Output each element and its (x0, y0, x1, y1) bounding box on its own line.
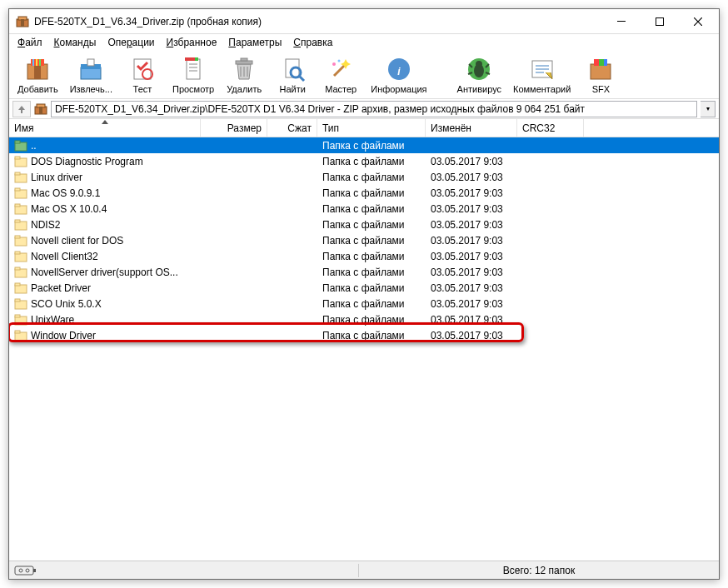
item-type: Папка с файлами (317, 172, 426, 183)
folder-icon (14, 218, 27, 232)
window-controls (602, 9, 717, 34)
folder-icon (14, 282, 27, 295)
path-input[interactable] (51, 101, 697, 117)
list-item[interactable]: Packet DriverПапка с файлами03.05.2017 9… (9, 280, 719, 296)
svg-rect-8 (32, 59, 34, 66)
item-type: Папка с файлами (317, 203, 426, 215)
maximize-button[interactable] (641, 9, 679, 34)
item-date: 03.05.2017 9:03 (426, 235, 517, 247)
menu-help[interactable]: Справка (288, 35, 337, 50)
svg-rect-56 (15, 157, 20, 159)
app-window: DFE-520TX_D1_V6.34_Driver.zip (пробная к… (8, 8, 720, 580)
info-button[interactable]: i Информация (366, 54, 431, 96)
menu-operations[interactable]: Операции (102, 35, 159, 50)
item-type: Папка с файлами (317, 187, 426, 199)
svg-point-31 (332, 62, 336, 66)
toolbar: Добавить Извлечь... Тест Просмотр Удалит… (9, 51, 719, 99)
list-item[interactable]: Linux driverПапка с файлами03.05.2017 9:… (9, 169, 719, 185)
svg-rect-70 (15, 267, 20, 270)
info-icon: i (386, 56, 412, 82)
menu-favorites[interactable]: Избранное (162, 35, 222, 50)
path-dropdown[interactable]: ▾ (701, 101, 716, 117)
list-item[interactable]: ..Папка с файлами (9, 137, 719, 153)
list-item[interactable]: DOS Diagnostic ProgramПапка с файлами03.… (9, 153, 719, 169)
list-item[interactable]: Mac OS 9.0.9.1Папка с файлами03.05.2017 … (9, 185, 719, 201)
item-type: Папка с файлами (317, 219, 426, 231)
svg-rect-22 (236, 61, 252, 64)
minimize-button[interactable] (602, 9, 641, 34)
archive-add-icon (24, 56, 51, 82)
list-item[interactable]: Novell Client32Папка с файлами03.05.2017… (9, 248, 719, 264)
test-icon (129, 56, 156, 82)
battery-icon (14, 566, 37, 576)
test-button[interactable]: Тест (119, 54, 166, 96)
comment-button[interactable]: Комментарий (508, 54, 576, 96)
list-item[interactable]: UnixWareПапка с файлами03.05.2017 9:03 (9, 311, 719, 327)
item-date: 03.05.2017 9:03 (426, 298, 517, 310)
sfx-button[interactable]: SFX (577, 54, 624, 96)
list-item[interactable]: Novell client for DOSПапка с файлами03.0… (9, 232, 719, 248)
add-button[interactable]: Добавить (12, 54, 63, 96)
list-item[interactable]: NDIS2Папка с файлами03.05.2017 9:03 (9, 217, 719, 232)
item-type: Папка с файлами (317, 298, 426, 310)
find-button[interactable]: Найти (269, 54, 316, 96)
item-type: Папка с файлами (317, 156, 426, 167)
svg-rect-66 (15, 236, 20, 238)
item-name: UnixWare (31, 314, 74, 326)
item-name: Mac OS X 10.0.4 (31, 203, 107, 215)
view-icon (180, 56, 207, 82)
item-name: Packet Driver (31, 282, 91, 294)
svg-rect-49 (604, 59, 607, 66)
folder-icon (14, 187, 27, 200)
list-item[interactable]: Window DriverПапка с файлами03.05.2017 9… (9, 327, 719, 343)
antivirus-button[interactable]: Антивирус (452, 54, 506, 96)
menu-commands[interactable]: Команды (49, 35, 102, 50)
svg-rect-62 (15, 204, 20, 207)
col-size[interactable]: Размер (201, 119, 267, 137)
folder-icon (14, 202, 27, 216)
extract-button[interactable]: Извлечь... (65, 54, 117, 96)
col-date[interactable]: Изменён (426, 119, 517, 137)
archive-icon (34, 102, 47, 116)
svg-rect-76 (15, 315, 20, 317)
menu-parameters[interactable]: Параметры (223, 35, 287, 50)
pathbar: ▾ (9, 99, 719, 119)
item-name: Mac OS 9.0.9.1 (31, 187, 100, 199)
item-date: 03.05.2017 9:03 (426, 282, 517, 294)
delete-button[interactable]: Удалить (221, 54, 267, 96)
item-name: .. (31, 140, 37, 152)
list-item[interactable]: NovellServer driver(support OS...Папка с… (9, 264, 719, 280)
sfx-icon (587, 56, 614, 82)
trash-icon (231, 56, 257, 82)
col-type[interactable]: Тип (317, 119, 426, 137)
item-name: Novell client for DOS (31, 235, 123, 247)
col-packed[interactable]: Сжат (267, 119, 317, 137)
view-button[interactable]: Просмотр (167, 54, 219, 96)
svg-rect-9 (36, 59, 37, 66)
svg-point-32 (338, 59, 341, 62)
svg-line-29 (299, 76, 304, 81)
file-list[interactable]: ..Папка с файламиDOS Diagnostic ProgramП… (9, 137, 719, 561)
svg-rect-54 (15, 141, 20, 143)
svg-point-81 (19, 569, 22, 572)
svg-rect-78 (15, 331, 20, 333)
list-item[interactable]: Mac OS X 10.0.4Папка с файлами03.05.2017… (9, 201, 719, 217)
up-button[interactable] (12, 101, 31, 117)
item-name: NDIS2 (31, 219, 60, 231)
svg-rect-64 (15, 220, 20, 222)
item-date: 03.05.2017 9:03 (426, 330, 517, 341)
col-crc[interactable]: CRC32 (517, 119, 584, 137)
svg-rect-16 (187, 59, 200, 79)
col-name[interactable]: Имя (9, 119, 201, 137)
list-item[interactable]: SCO Unix 5.0.XПапка с файлами03.05.2017 … (9, 296, 719, 311)
item-date: 03.05.2017 9:03 (426, 219, 517, 231)
item-date: 03.05.2017 9:03 (426, 267, 517, 278)
svg-rect-80 (33, 569, 36, 572)
folder-icon (14, 171, 27, 184)
svg-rect-4 (656, 17, 664, 25)
close-button[interactable] (679, 9, 717, 34)
menu-file[interactable]: Файл (12, 35, 47, 50)
item-name: DOS Diagnostic Program (31, 156, 143, 167)
statusbar: Всего: 12 папок (9, 561, 719, 579)
wizard-button[interactable]: Мастер (317, 54, 364, 96)
